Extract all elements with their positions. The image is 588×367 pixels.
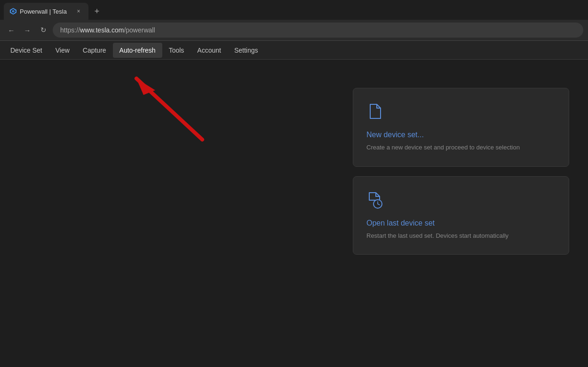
menu-item-view[interactable]: View: [49, 43, 76, 58]
active-tab[interactable]: Powerwall | Tesla ×: [4, 3, 88, 20]
open-last-device-set-card[interactable]: Open last device set Restart the last us…: [353, 176, 569, 255]
svg-line-3: [136, 78, 202, 140]
new-tab-button[interactable]: +: [90, 5, 103, 18]
tab-close-button[interactable]: ×: [74, 7, 83, 16]
refresh-button[interactable]: ↻: [37, 23, 50, 37]
address-path: /powerwall: [124, 26, 155, 34]
open-last-device-set-icon: [366, 191, 556, 211]
nav-bar: ← → ↻ https://www.tesla.com/powerwall: [0, 20, 588, 40]
address-host: www.tesla.com: [80, 26, 124, 34]
tab-favicon-icon: [9, 8, 17, 15]
menu-item-device-set[interactable]: Device Set: [4, 43, 49, 58]
forward-button[interactable]: →: [21, 23, 34, 37]
menu-item-settings[interactable]: Settings: [228, 43, 265, 58]
browser-chrome: Powerwall | Tesla × + ← → ↻ https://www.…: [0, 0, 588, 41]
menu-item-capture[interactable]: Capture: [76, 43, 113, 58]
new-device-set-card[interactable]: New device set... Create a new device se…: [353, 88, 569, 167]
svg-marker-4: [136, 78, 155, 95]
new-device-set-description: Create a new device set and proceed to d…: [366, 143, 556, 152]
new-device-set-title: New device set...: [366, 131, 556, 139]
back-button[interactable]: ←: [5, 23, 18, 37]
open-last-device-set-description: Restart the last used set. Devices start…: [366, 231, 556, 241]
new-device-set-icon: [366, 102, 556, 123]
tab-bar: Powerwall | Tesla × +: [0, 0, 588, 20]
cards-container: New device set... Create a new device se…: [353, 88, 569, 255]
menu-item-auto-refresh[interactable]: Auto-refresh: [113, 43, 162, 58]
address-scheme: https://: [60, 26, 80, 34]
address-bar[interactable]: https://www.tesla.com/powerwall: [53, 23, 583, 38]
menu-item-account[interactable]: Account: [191, 43, 228, 58]
menu-bar: Device Set View Capture Auto-refresh Too…: [0, 41, 588, 60]
tab-title: Powerwall | Tesla: [20, 8, 72, 15]
menu-item-tools[interactable]: Tools: [162, 43, 191, 58]
arrow-annotation: [108, 64, 202, 140]
open-last-device-set-title: Open last device set: [366, 219, 556, 227]
main-content: New device set... Create a new device se…: [0, 60, 588, 367]
